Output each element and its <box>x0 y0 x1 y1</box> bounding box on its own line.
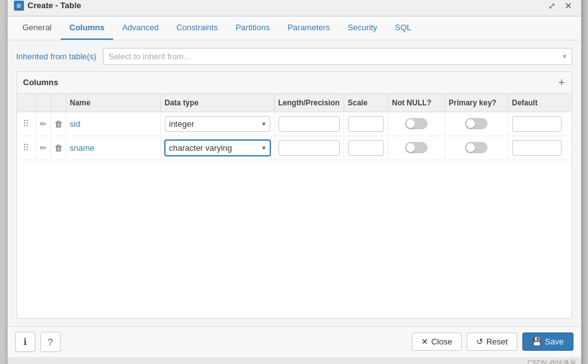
table-row: ⠿ ✏ 🗑 sname character varying ▾ <box>17 136 572 160</box>
save-button[interactable]: 💾 Save <box>522 332 573 351</box>
inherited-label: Inherited from table(s) <box>16 52 97 61</box>
dialog-footer: ℹ ? ✕ Close ↺ Reset 💾 Save <box>8 326 581 357</box>
th-notnull: Not NULL? <box>388 94 445 112</box>
save-icon: 💾 <box>532 337 542 346</box>
th-drag <box>17 94 36 112</box>
tab-parameters[interactable]: Parameters <box>279 16 339 40</box>
title-bar-controls: ⤢ ✕ <box>546 0 575 12</box>
add-column-button[interactable]: + <box>558 77 565 88</box>
delete-btn-sname[interactable]: 🗑 <box>51 136 66 159</box>
tab-general[interactable]: General <box>14 16 61 40</box>
cell-default-sname[interactable] <box>508 136 565 160</box>
help-button[interactable]: ? <box>40 332 61 352</box>
footer-left: ℹ ? <box>15 332 61 352</box>
inherited-select[interactable]: Select to inherit from... ▾ <box>103 48 572 65</box>
cell-notnull-sname[interactable] <box>388 136 445 159</box>
footer-right: ✕ Close ↺ Reset 💾 Save <box>412 332 573 351</box>
th-scale: Scale <box>344 94 388 112</box>
reset-label: Reset <box>486 337 508 346</box>
close-icon: ✕ <box>421 337 428 346</box>
datatype-arrow-sid: ▾ <box>262 120 266 128</box>
default-input-sid[interactable] <box>512 116 561 132</box>
save-label: Save <box>545 337 564 346</box>
cell-datatype-sname[interactable]: character varying ▾ <box>161 136 275 160</box>
th-delete <box>51 94 66 112</box>
primarykey-toggle-sid[interactable] <box>465 118 488 129</box>
th-edit <box>36 94 51 112</box>
scale-input-sid[interactable] <box>348 116 384 132</box>
default-input-sname[interactable] <box>512 140 561 156</box>
edit-btn-sname[interactable]: ✏ <box>36 136 51 159</box>
reset-icon: ↺ <box>476 337 483 346</box>
columns-panel-header: Columns + <box>17 72 572 94</box>
cell-length-sid[interactable] <box>275 112 344 136</box>
close-button[interactable]: ✕ Close <box>412 332 462 351</box>
cell-name-sid: sid <box>66 112 161 135</box>
tab-constraints[interactable]: Constraints <box>167 16 227 40</box>
cell-name-sname: sname <box>66 136 161 159</box>
edit-btn-sid[interactable]: ✏ <box>36 112 51 135</box>
datatype-value-sname: character varying <box>169 143 232 153</box>
tab-partitions[interactable]: Partitions <box>227 16 279 40</box>
table-row: ⠿ ✏ 🗑 sid integer ▾ <box>17 112 572 136</box>
expand-button[interactable]: ⤢ <box>546 0 558 12</box>
tab-sql[interactable]: SQL <box>386 16 420 40</box>
th-datatype: Data type <box>161 94 275 112</box>
watermark: CSDN @转逢风 <box>8 357 581 365</box>
drag-handle-sid[interactable]: ⠿ <box>17 112 36 135</box>
title-bar: ⊞ Create - Table ⤢ ✕ <box>8 0 581 16</box>
datatype-arrow-sname: ▾ <box>262 144 266 152</box>
info-button[interactable]: ℹ <box>15 332 35 352</box>
tab-content: Inherited from table(s) Select to inheri… <box>8 40 581 326</box>
th-length: Length/Precision <box>275 94 344 112</box>
close-label: Close <box>431 337 452 346</box>
datatype-select-sname[interactable]: character varying ▾ <box>165 140 270 156</box>
th-default: Default <box>508 94 565 112</box>
cell-notnull-sid[interactable] <box>388 112 445 135</box>
delete-btn-sid[interactable]: 🗑 <box>51 112 66 135</box>
create-table-dialog: ⊞ Create - Table ⤢ ✕ General Columns Adv… <box>7 0 582 364</box>
length-input-sid[interactable] <box>279 116 340 132</box>
cell-length-sname[interactable] <box>275 136 344 160</box>
th-primarykey: Primary key? <box>445 94 508 112</box>
datatype-value-sid: integer <box>169 119 195 129</box>
cell-primarykey-sid[interactable] <box>445 112 508 135</box>
dialog-title: Create - Table <box>28 1 81 10</box>
inherited-dropdown-arrow: ▾ <box>563 52 567 61</box>
inherited-row: Inherited from table(s) Select to inheri… <box>16 48 572 65</box>
empty-table-area <box>17 160 572 318</box>
drag-handle-sname[interactable]: ⠿ <box>17 136 36 159</box>
notnull-toggle-sid[interactable] <box>405 118 428 129</box>
tab-bar: General Columns Advanced Constraints Par… <box>8 16 581 40</box>
reset-button[interactable]: ↺ Reset <box>467 332 517 351</box>
inherited-placeholder: Select to inherit from... <box>109 52 191 61</box>
cell-scale-sid[interactable] <box>344 112 388 136</box>
columns-panel-title: Columns <box>23 78 59 87</box>
cell-scale-sname[interactable] <box>344 136 388 160</box>
cell-datatype-sid[interactable]: integer ▾ <box>161 112 275 136</box>
dialog-icon: ⊞ <box>14 1 24 11</box>
notnull-toggle-sname[interactable] <box>405 142 428 153</box>
datatype-select-sid[interactable]: integer ▾ <box>165 116 270 132</box>
scale-input-sname[interactable] <box>348 140 384 156</box>
th-name: Name <box>66 94 161 112</box>
columns-panel: Columns + Name Data type Length/Precisio… <box>16 71 572 319</box>
primarykey-toggle-sname[interactable] <box>465 142 488 153</box>
length-input-sname[interactable] <box>279 140 340 156</box>
tab-columns[interactable]: Columns <box>61 16 114 40</box>
tab-security[interactable]: Security <box>339 16 386 40</box>
tab-advanced[interactable]: Advanced <box>113 16 167 40</box>
title-bar-left: ⊞ Create - Table <box>14 1 81 11</box>
table-header-row: Name Data type Length/Precision Scale No… <box>17 94 572 112</box>
close-title-button[interactable]: ✕ <box>562 0 575 12</box>
cell-default-sid[interactable] <box>508 112 565 136</box>
cell-primarykey-sname[interactable] <box>445 136 508 159</box>
